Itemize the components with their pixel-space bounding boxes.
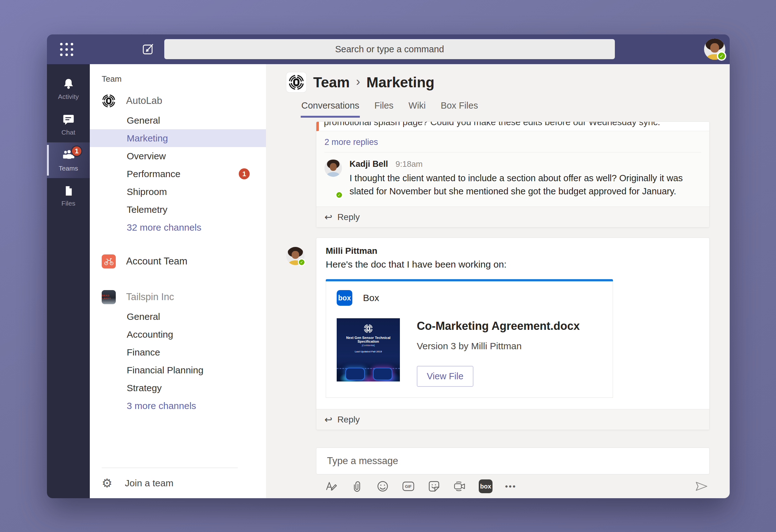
box-file-attachment: box Box Next: [326, 279, 613, 398]
channel-header: Team › Marketing Conversations Files Wik…: [266, 64, 730, 118]
breadcrumb: Team › Marketing: [313, 74, 434, 91]
team-row-account-team[interactable]: Account Team: [90, 251, 266, 272]
channel-finance[interactable]: Finance: [90, 343, 266, 361]
sticker-icon[interactable]: [427, 480, 440, 493]
reply-button-thread1[interactable]: ↩ Reply: [316, 206, 709, 227]
more-channels-tailspin-link[interactable]: 3 more channels: [90, 397, 266, 415]
clipped-quoted-message: promotional splash page? Could you make …: [316, 122, 709, 131]
top-bar: ✓: [47, 34, 730, 64]
message-card-milli: Milli Pittman Here's the doc that I have…: [316, 237, 710, 430]
tailspin-photo-icon: DEAD LAKES: [102, 290, 116, 304]
emoji-icon[interactable]: [376, 480, 389, 493]
tailspin-thumb-text: DEAD LAKES: [102, 294, 116, 300]
team-row-autolab[interactable]: AutoLab: [90, 90, 266, 112]
channel-label: Performance: [127, 169, 181, 179]
chat-icon: [62, 113, 75, 126]
app-rail: Activity Chat 1: [47, 64, 90, 498]
document-thumbnail[interactable]: Next Gen Sensor Technical Specification …: [337, 318, 400, 381]
join-a-team-button[interactable]: ⚙ Join a team: [90, 468, 266, 498]
tab-conversations[interactable]: Conversations: [301, 101, 360, 118]
channel-overview[interactable]: Overview: [90, 147, 266, 165]
rail-item-files[interactable]: Files: [47, 178, 90, 214]
svg-text:GIF: GIF: [405, 484, 411, 489]
channel-sidebar: Team AutoLab General Marketing Overview …: [90, 64, 266, 498]
rail-item-chat[interactable]: Chat: [47, 107, 90, 142]
sonar-icon: [364, 324, 373, 333]
new-chat-icon[interactable]: [141, 42, 155, 56]
box-app-icon[interactable]: box: [479, 480, 493, 493]
chevron-right-icon: ›: [356, 74, 360, 88]
more-replies-link[interactable]: 2 more replies: [316, 131, 709, 152]
rail-item-teams[interactable]: 1 Teams: [47, 142, 90, 178]
tab-box-files[interactable]: Box Files: [440, 101, 478, 118]
more-channels-autolab-link[interactable]: 32 more channels: [90, 218, 266, 236]
profile-avatar[interactable]: ✓: [704, 38, 725, 60]
message-input[interactable]: [316, 448, 710, 475]
join-label: Join a team: [125, 478, 173, 489]
app-launcher-icon[interactable]: [60, 43, 73, 56]
channel-shiproom[interactable]: Shiproom: [90, 183, 266, 201]
gif-icon[interactable]: GIF: [402, 480, 415, 493]
channel-accounting[interactable]: Accounting: [90, 326, 266, 343]
message-text: I thought the client wanted to include a…: [350, 172, 701, 198]
bell-icon: [62, 77, 75, 90]
team-sonar-avatar: [286, 72, 306, 92]
breadcrumb-channel[interactable]: Marketing: [366, 74, 434, 91]
attachment-accent-bar: [326, 279, 613, 281]
teams-app-window: ✓ Activity C: [47, 34, 730, 498]
reply-arrow-icon: ↩: [325, 211, 332, 222]
channel-marketing[interactable]: Marketing: [90, 129, 266, 147]
team-name: Account Team: [126, 256, 187, 267]
box-logo-icon: box: [337, 290, 352, 306]
desktop-background: ✓ Activity C: [0, 0, 776, 532]
channel-strategy[interactable]: Strategy: [90, 379, 266, 397]
clipped-text: promotional splash page? Could you make …: [319, 122, 709, 127]
channel-telemetry[interactable]: Telemetry: [90, 201, 266, 218]
channel-financial-planning[interactable]: Financial Planning: [90, 361, 266, 379]
document-version-meta: Version 3 by Milli Pittman: [417, 341, 580, 351]
channel-performance[interactable]: Performance 1: [90, 165, 266, 183]
account-team-bike-icon: [102, 254, 116, 269]
channel-general-tailspin[interactable]: General: [90, 308, 266, 326]
presence-available-icon: ✓: [336, 191, 343, 199]
send-icon[interactable]: [695, 480, 709, 493]
message-list[interactable]: promotional splash page? Could you make …: [266, 118, 730, 440]
main-content: Team › Marketing Conversations Files Wik…: [266, 64, 730, 498]
breadcrumb-team[interactable]: Team: [313, 74, 350, 91]
channel-tabs: Conversations Files Wiki Box Files: [301, 101, 730, 118]
thumbnail-date: Last Updated Fall 2019: [355, 350, 382, 353]
presence-available-icon: ✓: [717, 51, 726, 61]
rail-label: Files: [61, 200, 75, 207]
tab-wiki[interactable]: Wiki: [408, 101, 426, 118]
message-text: Here's the doc that I have been working …: [326, 259, 700, 270]
reply-thread-card: promotional splash page? Could you make …: [316, 122, 710, 227]
reply-arrow-icon: ↩: [325, 414, 332, 425]
search-bar[interactable]: [164, 39, 615, 59]
format-icon[interactable]: [325, 480, 338, 493]
message-author: Kadji Bell: [350, 159, 388, 169]
rail-item-activity[interactable]: Activity: [47, 71, 90, 107]
reply-label: Reply: [337, 415, 360, 425]
rail-label: Teams: [59, 165, 78, 172]
search-input[interactable]: [164, 39, 615, 59]
team-row-tailspin[interactable]: DEAD LAKES Tailspin Inc: [90, 286, 266, 308]
compose-area: GIF: [266, 440, 730, 498]
performance-unread-badge: 1: [239, 168, 250, 179]
avatar-kadji-bell: [325, 159, 342, 177]
view-file-button[interactable]: View File: [417, 366, 473, 387]
rail-label: Activity: [58, 93, 79, 101]
channel-general-autolab[interactable]: General: [90, 112, 266, 129]
rail-label: Chat: [61, 129, 75, 136]
message-timestamp: 9:18am: [395, 159, 423, 169]
more-options-icon[interactable]: •••: [505, 482, 516, 491]
sidebar-section-label: Team: [90, 74, 266, 84]
attachment-app-name: Box: [363, 293, 379, 303]
team-name: AutoLab: [126, 95, 162, 107]
reply-button-thread2[interactable]: ↩ Reply: [316, 409, 709, 430]
gear-icon: ⚙: [102, 477, 112, 489]
compose-toolbar: GIF: [325, 480, 710, 493]
tab-files[interactable]: Files: [374, 101, 394, 118]
attach-icon[interactable]: [351, 480, 364, 493]
team-name: Tailspin Inc: [126, 291, 174, 303]
meet-now-video-icon[interactable]: [453, 480, 466, 493]
